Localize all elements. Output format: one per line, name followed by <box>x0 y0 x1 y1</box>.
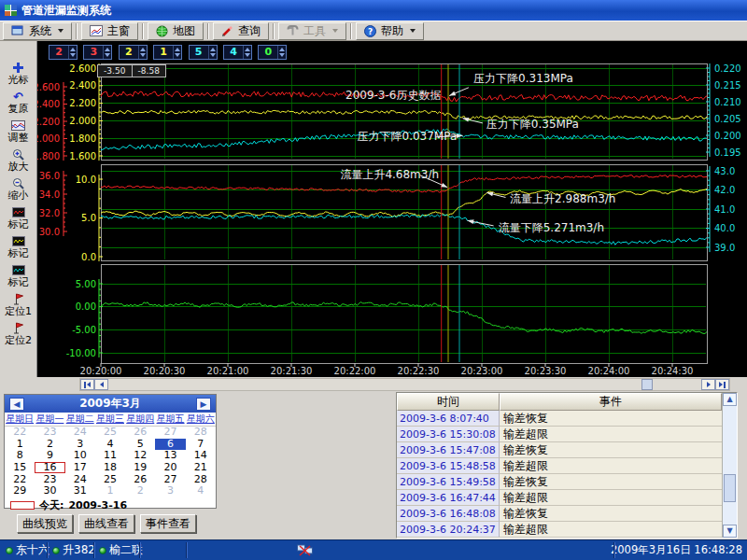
column-header-event[interactable]: 事件 <box>500 393 722 411</box>
calendar-day[interactable]: 13 <box>155 450 185 461</box>
weekday-label[interactable]: 星期六 <box>186 413 216 426</box>
weekday-label[interactable]: 星期日 <box>5 413 35 426</box>
action-button-0[interactable]: 曲线预览 <box>17 514 73 533</box>
toolbar-button-query[interactable]: 查询 <box>213 22 269 40</box>
calendar-day[interactable]: 27 <box>155 427 185 438</box>
tool-locate-flag-8[interactable]: 定位1 <box>0 290 36 319</box>
spinner-arrows[interactable] <box>103 46 111 59</box>
action-button-2[interactable]: 事件查看 <box>140 514 196 533</box>
table-row[interactable]: 2009-3-6 16:47:44输差超限 <box>397 490 722 506</box>
weekday-label[interactable]: 星期一 <box>35 413 64 426</box>
calendar-day[interactable]: 14 <box>186 450 216 461</box>
calendar-day[interactable]: 30 <box>35 485 64 497</box>
calendar-day[interactable]: 15 <box>5 462 35 473</box>
calendar-day[interactable]: 26 <box>125 474 155 485</box>
calendar-day[interactable]: 5 <box>125 439 155 450</box>
tool-zoom-in-3[interactable]: 放大 <box>0 146 36 175</box>
series-spinner-6[interactable]: 0 <box>258 45 287 60</box>
calendar-day[interactable]: 29 <box>5 485 35 497</box>
calendar-day[interactable]: 4 <box>186 485 216 497</box>
table-row[interactable]: 2009-3-6 15:30:08输差超限 <box>397 427 722 442</box>
table-row[interactable]: 2009-3-6 20:24:37输差超限 <box>397 522 722 538</box>
tool-mark-red-5[interactable]: 标记 <box>0 203 36 232</box>
calendar-day[interactable]: 3 <box>65 439 95 450</box>
toolbar-button-map[interactable]: 地图 <box>148 22 204 40</box>
calendar-day[interactable]: 19 <box>125 462 155 473</box>
spinner-arrows[interactable] <box>173 46 181 59</box>
calendar-day[interactable]: 28 <box>186 474 216 485</box>
toolbar-button-main-window[interactable]: 主窗 <box>81 22 138 40</box>
series-spinner-1[interactable]: 3 <box>83 45 112 60</box>
series-spinner-4[interactable]: 5 <box>189 45 218 60</box>
series-spinner-5[interactable]: 4 <box>223 45 252 60</box>
calendar-day[interactable]: 1 <box>95 485 125 497</box>
calendar-day[interactable]: 23 <box>35 474 64 485</box>
action-button-1[interactable]: 曲线查看 <box>78 514 134 533</box>
calendar-day[interactable]: 1 <box>5 439 35 450</box>
scroll-last-button[interactable] <box>715 379 729 390</box>
calendar-day[interactable]: 25 <box>95 474 125 485</box>
scroll-left-button[interactable] <box>94 379 108 390</box>
table-row[interactable]: 2009-3-6 15:47:08输差恢复 <box>397 442 722 458</box>
calendar-day[interactable]: 12 <box>125 450 155 461</box>
spinner-arrows[interactable] <box>243 46 251 59</box>
scroll-up-button[interactable]: ▲ <box>723 393 737 406</box>
spinner-arrows[interactable] <box>277 46 286 59</box>
calendar-day[interactable]: 25 <box>95 427 125 438</box>
calendar-next-button[interactable]: ▶ <box>196 398 211 411</box>
scroll-thumb[interactable] <box>724 474 736 502</box>
calendar-day[interactable]: 26 <box>125 427 155 438</box>
chart-horizontal-scrollbar[interactable] <box>79 378 730 391</box>
calendar-day[interactable]: 2 <box>125 485 155 497</box>
calendar-day[interactable]: 21 <box>186 462 216 473</box>
calendar-day[interactable]: 24 <box>65 427 95 438</box>
calendar-day[interactable]: 9 <box>35 450 64 461</box>
calendar-day[interactable]: 20 <box>155 462 185 473</box>
tool-adjust-chart-2[interactable]: 调整 <box>0 117 36 146</box>
series-spinner-3[interactable]: 1 <box>153 45 182 60</box>
calendar-prev-button[interactable]: ◀ <box>9 398 24 411</box>
table-row[interactable]: 2009-3-6 15:49:58输差恢复 <box>397 474 722 490</box>
weekday-label[interactable]: 星期三 <box>95 413 125 426</box>
toolbar-button-help[interactable]: ?帮助 <box>356 22 424 40</box>
toolbar-button-system[interactable]: 系统 <box>3 22 72 40</box>
scroll-down-button[interactable]: ▼ <box>723 525 737 538</box>
weekday-label[interactable]: 星期五 <box>155 413 185 426</box>
weekday-label[interactable]: 星期四 <box>125 413 155 426</box>
table-row[interactable]: 2009-3-6 15:48:58输差超限 <box>397 458 722 474</box>
table-row[interactable]: 2009-3-6 8:07:40输差恢复 <box>397 411 722 427</box>
scroll-first-button[interactable] <box>80 379 94 390</box>
tool-mark-cyan-7[interactable]: 标记 <box>0 261 36 290</box>
calendar-day[interactable]: 23 <box>35 427 64 438</box>
calendar-day[interactable]: 7 <box>186 439 216 450</box>
calendar-day[interactable]: 11 <box>95 450 125 461</box>
scroll-thumb[interactable] <box>641 379 653 390</box>
calendar-day[interactable]: 8 <box>5 450 35 461</box>
spinner-arrows[interactable] <box>208 46 217 59</box>
calendar-day[interactable]: 27 <box>155 474 185 485</box>
table-row[interactable]: 2009-3-6 16:48:08输差恢复 <box>397 506 722 522</box>
calendar-day[interactable]: 24 <box>65 474 95 485</box>
weekday-label[interactable]: 星期二 <box>65 413 95 426</box>
column-header-time[interactable]: 时间 <box>397 393 500 411</box>
calendar-day[interactable]: 18 <box>95 462 125 473</box>
calendar-day[interactable]: 16 <box>35 462 64 473</box>
calendar-day[interactable]: 22 <box>5 474 35 485</box>
calendar-day[interactable]: 4 <box>95 439 125 450</box>
tool-cursor-cross-0[interactable]: 光标 <box>0 59 36 88</box>
calendar-day[interactable]: 3 <box>155 485 185 497</box>
calendar-day[interactable]: 17 <box>65 462 95 473</box>
calendar-day[interactable]: 22 <box>5 427 35 438</box>
tool-undo-1[interactable]: ↶复原 <box>0 88 36 117</box>
tool-mark-yellow-6[interactable]: 标记 <box>0 232 36 261</box>
events-table-scrollbar[interactable]: ▲ ▼ <box>722 393 737 538</box>
spinner-arrows[interactable] <box>138 46 147 59</box>
calendar-day[interactable]: 28 <box>186 427 216 438</box>
calendar-day[interactable]: 2 <box>35 439 64 450</box>
series-spinner-2[interactable]: 2 <box>119 45 148 60</box>
spinner-arrows[interactable] <box>68 46 77 59</box>
series-spinner-0[interactable]: 2 <box>49 45 78 60</box>
tool-locate-flag-9[interactable]: 定位2 <box>0 319 36 348</box>
tool-zoom-out-4[interactable]: 缩小 <box>0 175 36 203</box>
calendar-day[interactable]: 31 <box>65 485 95 497</box>
